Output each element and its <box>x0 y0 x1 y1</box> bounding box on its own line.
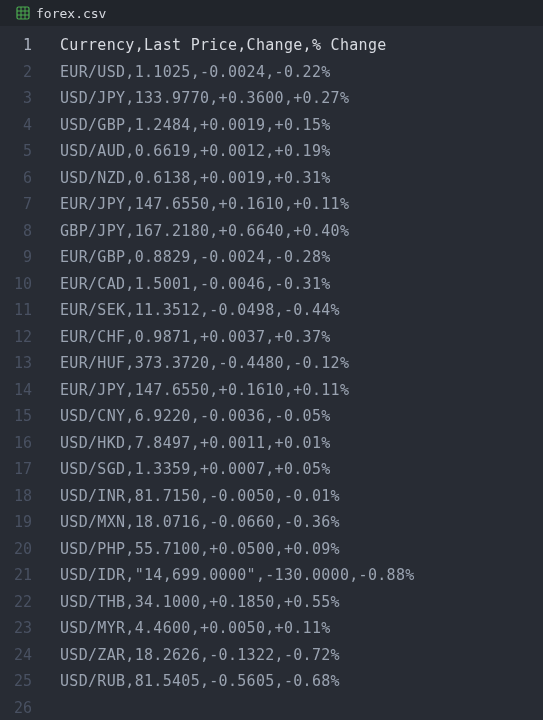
line-number: 15 <box>0 403 32 430</box>
code-line[interactable]: USD/NZD,0.6138,+0.0019,+0.31% <box>60 165 543 192</box>
code-line[interactable]: USD/GBP,1.2484,+0.0019,+0.15% <box>60 112 543 139</box>
code-line[interactable]: USD/CNY,6.9220,-0.0036,-0.05% <box>60 403 543 430</box>
code-line[interactable]: EUR/JPY,147.6550,+0.1610,+0.11% <box>60 377 543 404</box>
code-line[interactable]: EUR/SEK,11.3512,-0.0498,-0.44% <box>60 297 543 324</box>
line-number: 12 <box>0 324 32 351</box>
code-line[interactable]: EUR/CHF,0.9871,+0.0037,+0.37% <box>60 324 543 351</box>
line-number: 19 <box>0 509 32 536</box>
line-number: 11 <box>0 297 32 324</box>
code-line[interactable]: USD/MXN,18.0716,-0.0660,-0.36% <box>60 509 543 536</box>
tab-filename: forex.csv <box>36 6 106 21</box>
line-number: 4 <box>0 112 32 139</box>
line-number: 1 <box>0 32 32 59</box>
line-number: 23 <box>0 615 32 642</box>
code-line[interactable]: USD/AUD,0.6619,+0.0012,+0.19% <box>60 138 543 165</box>
code-line[interactable]: GBP/JPY,167.2180,+0.6640,+0.40% <box>60 218 543 245</box>
code-line[interactable]: USD/PHP,55.7100,+0.0500,+0.09% <box>60 536 543 563</box>
code-line[interactable]: EUR/JPY,147.6550,+0.1610,+0.11% <box>60 191 543 218</box>
code-line[interactable]: USD/INR,81.7150,-0.0050,-0.01% <box>60 483 543 510</box>
line-number: 8 <box>0 218 32 245</box>
line-number: 21 <box>0 562 32 589</box>
code-line[interactable]: EUR/GBP,0.8829,-0.0024,-0.28% <box>60 244 543 271</box>
csv-file-icon <box>16 6 30 20</box>
line-number-gutter: 1234567891011121314151617181920212223242… <box>0 26 46 720</box>
code-line[interactable]: USD/HKD,7.8497,+0.0011,+0.01% <box>60 430 543 457</box>
line-number: 13 <box>0 350 32 377</box>
line-number: 14 <box>0 377 32 404</box>
code-line[interactable]: EUR/HUF,373.3720,-0.4480,-0.12% <box>60 350 543 377</box>
code-line[interactable]: USD/SGD,1.3359,+0.0007,+0.05% <box>60 456 543 483</box>
line-number: 26 <box>0 695 32 721</box>
line-number: 5 <box>0 138 32 165</box>
svg-rect-0 <box>17 7 29 19</box>
code-line[interactable]: Currency,Last Price,Change,% Change <box>60 32 543 59</box>
code-line[interactable]: USD/ZAR,18.2626,-0.1322,-0.72% <box>60 642 543 669</box>
code-line[interactable]: USD/MYR,4.4600,+0.0050,+0.11% <box>60 615 543 642</box>
line-number: 3 <box>0 85 32 112</box>
code-line[interactable]: EUR/USD,1.1025,-0.0024,-0.22% <box>60 59 543 86</box>
line-number: 18 <box>0 483 32 510</box>
code-area[interactable]: Currency,Last Price,Change,% ChangeEUR/U… <box>46 26 543 720</box>
line-number: 6 <box>0 165 32 192</box>
line-number: 10 <box>0 271 32 298</box>
line-number: 24 <box>0 642 32 669</box>
code-line[interactable]: USD/JPY,133.9770,+0.3600,+0.27% <box>60 85 543 112</box>
line-number: 2 <box>0 59 32 86</box>
line-number: 20 <box>0 536 32 563</box>
editor[interactable]: 1234567891011121314151617181920212223242… <box>0 26 543 720</box>
line-number: 9 <box>0 244 32 271</box>
code-line[interactable]: USD/IDR,"14,699.0000",-130.0000,-0.88% <box>60 562 543 589</box>
line-number: 17 <box>0 456 32 483</box>
line-number: 25 <box>0 668 32 695</box>
file-tab[interactable]: forex.csv <box>6 3 116 24</box>
line-number: 7 <box>0 191 32 218</box>
tab-bar: forex.csv <box>0 0 543 26</box>
line-number: 16 <box>0 430 32 457</box>
code-line[interactable]: EUR/CAD,1.5001,-0.0046,-0.31% <box>60 271 543 298</box>
code-line[interactable]: USD/THB,34.1000,+0.1850,+0.55% <box>60 589 543 616</box>
line-number: 22 <box>0 589 32 616</box>
code-line[interactable]: USD/RUB,81.5405,-0.5605,-0.68% <box>60 668 543 695</box>
